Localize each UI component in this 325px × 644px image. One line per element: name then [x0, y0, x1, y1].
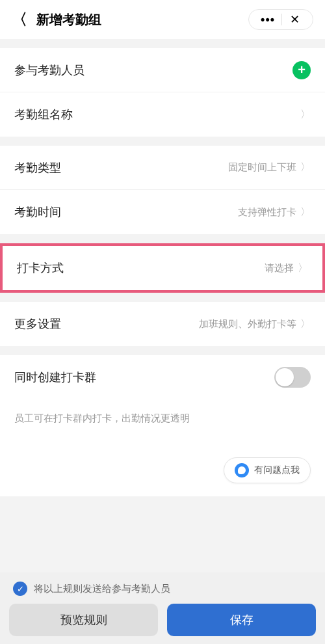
attendance-time-value: 支持弹性打卡 — [238, 206, 296, 219]
attendance-time-label: 考勤时间 — [14, 204, 61, 220]
chevron-right-icon: 〉 — [300, 108, 311, 122]
more-menu-button[interactable]: ••• — [257, 14, 279, 25]
attendance-type-row[interactable]: 考勤类型 固定时间上下班 〉 — [0, 146, 325, 190]
close-button[interactable]: ✕ — [285, 14, 305, 25]
attendance-time-row[interactable]: 考勤时间 支持弹性打卡 〉 — [0, 190, 325, 234]
bottom-bar: ✓ 将以上规则发送给参与考勤人员 预览规则 保存 — [0, 572, 325, 644]
help-button[interactable]: 有问题点我 — [224, 457, 311, 483]
header-divider — [281, 14, 282, 25]
back-button[interactable]: 〈 — [12, 9, 27, 30]
toggle-knob — [276, 368, 294, 386]
save-button[interactable]: 保存 — [167, 604, 316, 636]
help-text: 有问题点我 — [254, 464, 300, 476]
checkin-method-label: 打卡方式 — [17, 260, 64, 276]
help-avatar-icon — [235, 463, 249, 477]
more-settings-label: 更多设置 — [14, 316, 61, 332]
create-group-row: 同时创建打卡群 — [0, 355, 325, 399]
preview-button[interactable]: 预览规则 — [9, 604, 158, 636]
send-rules-label: 将以上规则发送给参与考勤人员 — [34, 583, 170, 595]
more-settings-value: 加班规则、外勤打卡等 — [199, 318, 296, 330]
chevron-right-icon: 〉 — [300, 161, 311, 174]
attendance-type-value: 固定时间上下班 — [228, 161, 296, 174]
highlight-frame: 打卡方式 请选择 〉 — [0, 243, 325, 293]
attendance-type-label: 考勤类型 — [14, 160, 61, 176]
checkin-method-value: 请选择 — [265, 262, 294, 275]
chevron-right-icon: 〉 — [298, 262, 308, 275]
participants-label: 参与考勤人员 — [14, 62, 84, 78]
checkin-method-row[interactable]: 打卡方式 请选择 〉 — [3, 246, 322, 290]
chevron-right-icon: 〉 — [300, 317, 311, 331]
participants-row[interactable]: 参与考勤人员 + — [0, 48, 325, 92]
create-group-label: 同时创建打卡群 — [14, 369, 96, 385]
group-name-row[interactable]: 考勤组名称 〉 — [0, 92, 325, 137]
page-title: 新增考勤组 — [36, 11, 101, 29]
send-rules-checkbox[interactable]: ✓ — [13, 582, 27, 596]
chevron-right-icon: 〉 — [300, 206, 311, 219]
add-participant-icon[interactable]: + — [292, 61, 311, 79]
create-group-toggle[interactable] — [274, 367, 311, 388]
group-name-label: 考勤组名称 — [14, 107, 73, 122]
more-settings-row[interactable]: 更多设置 加班规则、外勤打卡等 〉 — [0, 302, 325, 346]
create-group-hint: 员工可在打卡群内打卡，出勤情况更透明 — [0, 399, 325, 438]
